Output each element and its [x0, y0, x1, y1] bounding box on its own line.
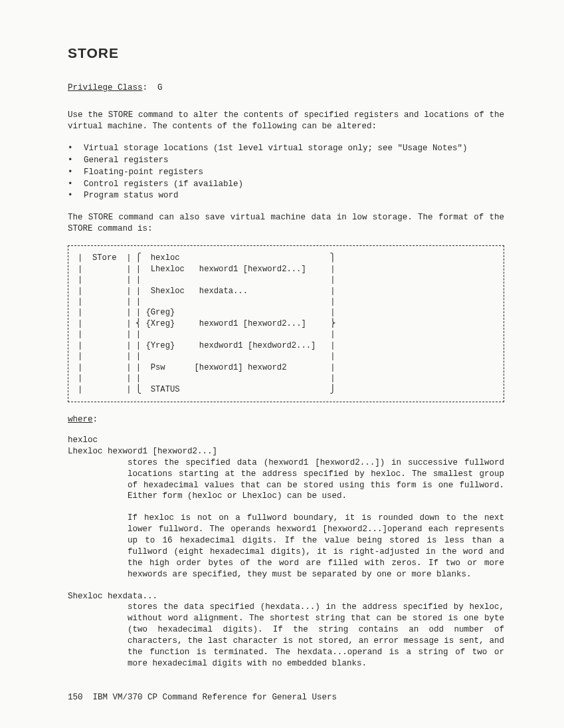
- where-heading: where:: [68, 414, 504, 425]
- privilege-class-line: Privilege Class: G: [68, 82, 504, 94]
- list-item: General registers: [68, 155, 504, 166]
- intro-paragraph: Use the STORE command to alter the conte…: [68, 110, 504, 132]
- operand-shexloc-desc: stores the data specified (hexdata...) i…: [128, 602, 504, 669]
- bullet-list: Virtual storage locations (1st level vir…: [68, 143, 504, 201]
- operand-shexloc-header: Shexloc hexdata...: [68, 591, 504, 602]
- syntax-diagram: | STore | ⎧ hexloc ⎫ | | | Lhexloc hexwo…: [68, 245, 504, 402]
- list-item: Program status word: [68, 190, 504, 201]
- operand-hexloc-header2: Lhexloc hexword1 [hexword2...]: [68, 446, 504, 457]
- list-item: Virtual storage locations (1st level vir…: [68, 143, 504, 154]
- operand-hexloc-header1: hexloc: [68, 435, 504, 446]
- operand-hexloc-desc1: stores the specified data (hexword1 [hex…: [128, 457, 504, 503]
- command-title: STORE: [68, 44, 504, 62]
- format-paragraph: The STORE command can also save virtual …: [68, 212, 504, 235]
- page-footer: 150 IBM VM/370 CP Command Reference for …: [68, 692, 504, 703]
- privilege-sep: :: [143, 83, 153, 92]
- list-item: Control registers (if available): [68, 179, 504, 190]
- privilege-label: Privilege Class: [68, 83, 143, 92]
- page: STORE Privilege Class: G Use the STORE c…: [0, 0, 564, 723]
- page-number: 150: [68, 693, 83, 702]
- footer-text: IBM VM/370 CP Command Reference for Gene…: [93, 693, 337, 702]
- privilege-value: G: [157, 83, 163, 92]
- list-item: Floating-point registers: [68, 167, 504, 178]
- operand-hexloc-desc2: If hexloc is not on a fullword boundary,…: [128, 513, 504, 580]
